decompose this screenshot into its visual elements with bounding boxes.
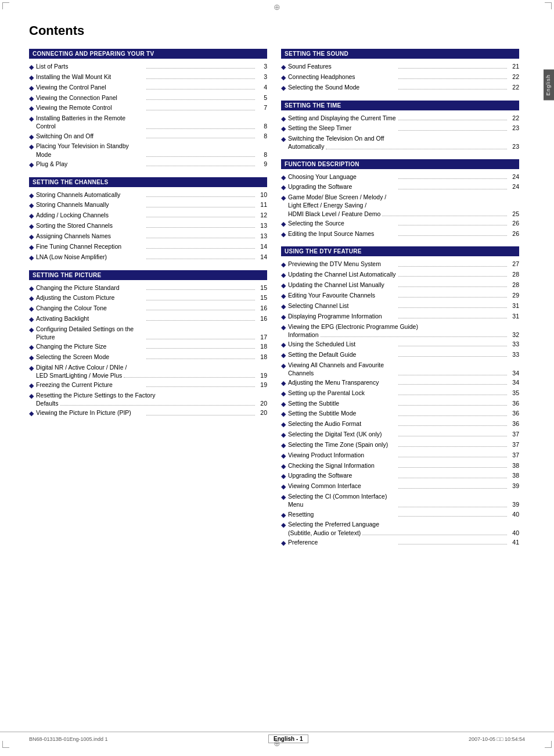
item-row: Plug & Play9 [36,160,267,168]
item-label: Viewing Common Interface [288,482,397,490]
bullet-icon: ◆ [281,220,286,228]
item-page: 16 [257,304,267,312]
list-item: ◆Selecting the Audio Format36 [281,420,519,429]
item-row: Activating Backlight16 [36,314,267,323]
left-column: CONNECTING AND PREPARING YOUR TV◆List of… [29,49,267,556]
item-page: 13 [257,232,267,240]
item-row: Storing Channels Manually11 [36,200,267,209]
item-label: Storing Channels Automatically [36,191,145,199]
list-item: ◆Switching the Television On and OffAuto… [281,134,519,151]
bullet-icon: ◆ [281,389,286,398]
item-label: Setting the Subtitle Mode [288,409,397,417]
item-page: 8 [257,151,267,159]
item-row: Using the Scheduled List33 [288,340,519,348]
list-item: ◆Selecting the Sound Mode22 [281,83,519,92]
item-page: 39 [509,500,519,508]
item-row: Adjusting the Custom Picture15 [36,293,267,302]
item-label: Selecting the CI (Common Interface) Menu [288,492,397,508]
bullet-icon: ◆ [281,271,286,280]
bottom-left-text: BN68-01313B-01Eng-1005.indd 1 [29,736,108,742]
item-page: 3 [257,62,267,70]
list-item: ◆Adjusting the Menu Transparency34 [281,378,519,388]
list-item: ◆Setting up the Parental Lock35 [281,389,519,398]
item-label: Editing Your Favourite Channels [288,291,397,299]
item-page: 25 [509,210,519,218]
bullet-icon: ◆ [29,392,34,400]
list-item: ◆Preference41 [281,538,519,547]
item-row: Editing Your Favourite Channels29 [288,291,519,299]
item-label: Connecting Headphones [288,73,397,81]
item-row: Changing the Colour Tone16 [36,304,267,312]
main-content: Contents CONNECTING AND PREPARING YOUR T… [0,0,554,579]
item-row: Placing Your Television in Standby Mode8 [36,142,267,158]
item-page: 36 [509,399,519,407]
list-item: ◆List of Parts3 [29,62,267,71]
list-item: ◆Digital NR / Active Colour / DNIe /LED … [29,363,267,379]
item-label: Setting the Default Guide [288,350,397,359]
item-label: Viewing the Connection Panel [36,94,145,102]
bullet-icon: ◆ [281,281,286,290]
item-page: 14 [257,253,267,261]
item-page: 24 [509,173,519,181]
list-item: ◆Sound Features21 [281,62,519,71]
bullet-icon: ◆ [281,230,286,239]
list-item: ◆Viewing All Channels and Favourite Chan… [281,361,519,377]
list-item: ◆Setting the Subtitle36 [281,399,519,409]
item-row: Viewing the Control Panel4 [36,83,267,91]
list-item: ◆Sorting the Stored Channels13 [29,221,267,231]
item-label: Sorting the Stored Channels [36,221,145,230]
item-row: Changing the Picture Size18 [36,342,267,350]
item-page: 37 [509,440,519,449]
item-page: 16 [257,314,267,323]
bullet-icon: ◆ [281,183,286,192]
item-row: Viewing All Channels and Favourite Chann… [288,361,519,377]
list-item: ◆Connecting Headphones22 [281,73,519,82]
item-label: Adding / Locking Channels [36,211,145,219]
item-row: Adjusting the Menu Transparency34 [288,378,519,386]
bullet-icon: ◆ [29,409,34,418]
bullet-icon: ◆ [281,313,286,321]
item-page: 41 [509,538,519,546]
section-sound: SETTING THE SOUND◆Sound Features21◆Conne… [281,49,519,92]
item-page: 19 [257,371,267,379]
item-label: Updating the Channel List Manually [288,281,397,289]
item-label: Selecting the Sound Mode [288,83,397,91]
item-page: 20 [257,409,267,417]
item-label: Resetting [288,510,397,518]
item-row: Installing the Wall Mount Kit3 [36,73,267,81]
item-label: Installing Batteries in the Remote Contr… [36,114,145,130]
list-item: ◆Viewing the Connection Panel5 [29,94,267,103]
section-time: SETTING THE TIME◆Setting and Displaying … [281,101,519,151]
item-label: Setting up the Parental Lock [288,389,397,397]
item-row: Selecting the Sound Mode22 [288,83,519,91]
item-page: 22 [509,114,519,122]
item-page: 31 [509,302,519,310]
item-row: Storing Channels Automatically10 [36,191,267,199]
item-page: 3 [257,73,267,81]
item-row: Resetting40 [288,510,519,518]
bullet-icon: ◆ [281,361,286,370]
bullet-icon: ◆ [29,315,34,324]
item-page: 39 [509,482,519,490]
item-label-last: LED SmartLighting / Movie Plus [36,371,122,379]
item-page: 22 [509,83,519,91]
bullet-icon: ◆ [29,94,34,103]
item-page: 33 [509,350,519,359]
bullet-icon: ◆ [29,381,34,390]
item-page: 8 [257,122,267,130]
center-top-mark: ⊕ [274,2,280,12]
bullet-icon: ◆ [281,410,286,418]
item-row: Sorting the Stored Channels13 [36,221,267,230]
list-item: ◆Setting the Subtitle Mode36 [281,409,519,418]
item-label: Installing the Wall Mount Kit [36,73,145,81]
bullet-icon: ◆ [281,302,286,311]
list-item: ◆Viewing the Remote Control7 [29,103,267,113]
item-label-last: Information [288,331,319,339]
item-label: Fine Tuning Channel Reception [36,242,145,250]
item-row: Checking the Signal Information38 [288,461,519,470]
list-item: ◆Changing the Picture Size18 [29,342,267,352]
item-label: Viewing the Remote Control [36,103,145,112]
bullet-icon: ◆ [29,212,34,220]
item-row: Configuring Detailed Settings on the Pic… [36,325,267,341]
item-label: LNA (Low Noise Amplifier) [36,253,145,261]
